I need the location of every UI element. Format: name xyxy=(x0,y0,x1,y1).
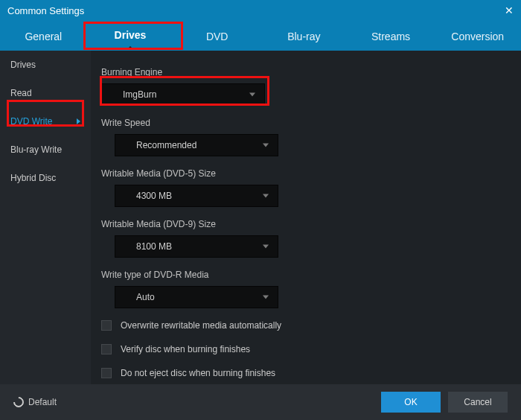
tab-conversion[interactable]: Conversion xyxy=(434,23,521,49)
close-icon[interactable]: ✕ xyxy=(505,4,514,16)
select-value: Auto xyxy=(136,292,155,302)
chevron-down-icon xyxy=(249,93,255,97)
bottom-bar: Default OK Cancel xyxy=(0,384,521,420)
sidebar-item-label: Read xyxy=(10,88,32,98)
select-value: ImgBurn xyxy=(123,89,156,100)
reset-icon xyxy=(11,395,26,410)
tab-drives[interactable]: Drives xyxy=(87,22,174,50)
sidebar-item-label: Blu-ray Write xyxy=(10,144,62,155)
chevron-down-icon xyxy=(263,245,269,249)
tab-general[interactable]: General xyxy=(0,23,87,49)
select-write-speed[interactable]: Recommended xyxy=(115,134,278,156)
checkbox-no-eject[interactable]: Do not eject disc when burning finishes xyxy=(101,368,499,378)
sidebar-item-label: Hybrid Disc xyxy=(10,173,56,183)
select-dvd5-size[interactable]: 4300 MB xyxy=(115,185,278,207)
sidebar-item-label: DVD Write xyxy=(10,116,52,127)
sidebar-item-label: Drives xyxy=(10,60,36,70)
sidebar-item-read[interactable]: Read xyxy=(0,79,91,107)
sidebar-item-drives[interactable]: Drives xyxy=(0,51,91,79)
select-write-type[interactable]: Auto xyxy=(115,286,278,308)
tab-bluray[interactable]: Blu-ray xyxy=(260,23,348,49)
select-value: Recommended xyxy=(136,140,196,150)
select-dvd9-size[interactable]: 8100 MB xyxy=(115,235,278,258)
checkbox-label: Overwrite rewritable media automatically xyxy=(121,320,281,331)
chevron-down-icon xyxy=(263,194,269,198)
cancel-button[interactable]: Cancel xyxy=(448,392,508,413)
checkbox-icon xyxy=(101,368,112,378)
checkbox-label: Do not eject disc when burning finishes xyxy=(121,368,275,378)
default-button[interactable]: Default xyxy=(13,397,57,407)
sidebar: Drives Read DVD Write Blu-ray Write Hybr… xyxy=(0,51,91,384)
tab-dvd[interactable]: DVD xyxy=(173,23,260,49)
chevron-down-icon xyxy=(263,144,269,147)
checkbox-verify[interactable]: Verify disc when burning finishes xyxy=(101,344,499,354)
select-value: 4300 MB xyxy=(136,191,172,201)
chevron-right-icon xyxy=(77,118,80,124)
checkbox-icon xyxy=(101,320,112,331)
label-write-type: Write type of DVD-R Media xyxy=(101,270,499,280)
sidebar-item-dvd-write[interactable]: DVD Write xyxy=(0,107,91,136)
main-panel: Burning Engine ImgBurn Write Speed Recom… xyxy=(91,51,521,384)
label-dvd9-size: Writable Media (DVD-9) Size xyxy=(101,219,499,229)
select-burning-engine[interactable]: ImgBurn xyxy=(101,83,265,106)
chevron-down-icon xyxy=(263,296,269,299)
label-burning-engine: Burning Engine xyxy=(101,67,499,77)
tab-streams[interactable]: Streams xyxy=(348,23,435,49)
label-dvd5-size: Writable Media (DVD-5) Size xyxy=(101,168,499,179)
checkbox-overwrite[interactable]: Overwrite rewritable media automatically xyxy=(101,320,499,331)
sidebar-item-bluray-write[interactable]: Blu-ray Write xyxy=(0,136,91,164)
ok-button[interactable]: OK xyxy=(381,392,441,413)
label-write-speed: Write Speed xyxy=(101,118,499,128)
checkbox-icon xyxy=(101,344,112,354)
default-label: Default xyxy=(28,397,57,407)
sidebar-item-hybrid-disc[interactable]: Hybrid Disc xyxy=(0,164,91,192)
checkbox-label: Verify disc when burning finishes xyxy=(121,344,250,354)
window-title: Common Settings xyxy=(7,5,505,16)
top-tabs: General Drives DVD Blu-ray Streams Conve… xyxy=(0,21,521,51)
select-value: 8100 MB xyxy=(136,241,172,252)
titlebar: Common Settings ✕ xyxy=(0,0,521,21)
